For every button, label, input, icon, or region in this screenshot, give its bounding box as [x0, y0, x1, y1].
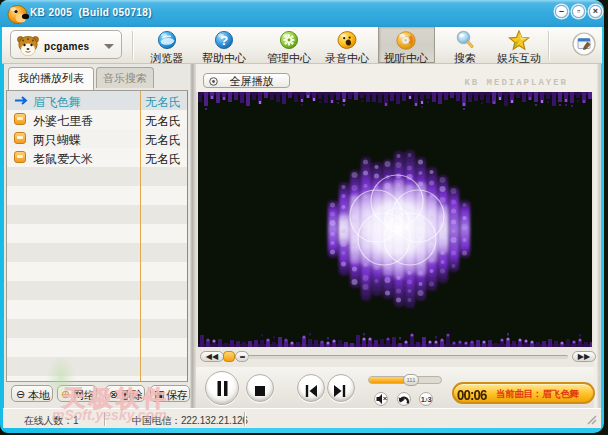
svg-text:1♪3: 1♪3 — [421, 395, 432, 404]
